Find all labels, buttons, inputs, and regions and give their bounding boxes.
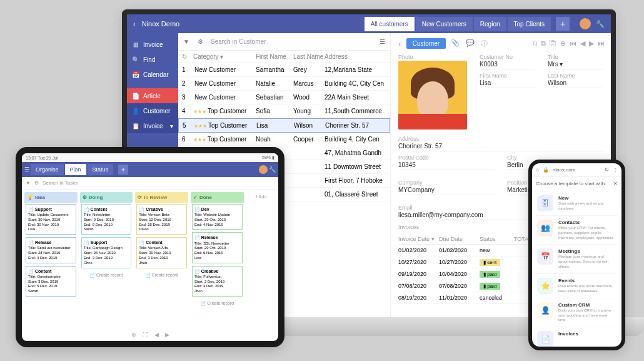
column-header[interactable]: 💡Idea <box>24 192 78 203</box>
prev-icon[interactable]: ◀ <box>154 332 159 338</box>
gear-icon[interactable]: ⚙ <box>34 180 39 186</box>
inv-col-date[interactable]: Invoice Date ▾ <box>398 236 439 242</box>
pc-value[interactable]: 10345 <box>398 161 495 170</box>
kanban-card[interactable]: 📄 SupportTitle: Update CustomersStart: 3… <box>26 204 76 235</box>
back-button[interactable]: ‹ <box>127 20 142 28</box>
first-icon[interactable]: ⏮ <box>570 39 576 48</box>
dup-icon[interactable]: ⿻ <box>550 39 556 48</box>
create-record-button[interactable]: 📄 Create record <box>136 271 187 280</box>
create-record-button[interactable]: 📄 Create record <box>192 299 243 308</box>
chat-icon[interactable]: 💬 <box>466 39 475 48</box>
tab-all-customers[interactable]: All customers <box>365 17 415 31</box>
kanban-card[interactable]: 📄 ContentTitle: Version AlfaStart: 30 No… <box>136 237 187 268</box>
template-item[interactable]: 👤Custom CRMBuild your own CRM to improve… <box>536 298 618 327</box>
table-row[interactable]: 3New CustomerSebastianWood22A Main Stree… <box>178 91 390 104</box>
col-lastname[interactable]: Last Name <box>293 53 325 60</box>
template-item[interactable]: 🗄NewStart with a new and empty database <box>536 191 618 216</box>
sidebar-item-invoice2[interactable]: 📋Invoice▾ <box>127 118 178 133</box>
fn-value[interactable]: Lisa <box>480 79 535 88</box>
sidebar-item-calendar[interactable]: 📅Calendar <box>127 67 178 82</box>
user-avatar[interactable] <box>580 18 591 29</box>
prev-icon[interactable]: ◀ <box>580 39 585 48</box>
tab-top-clients[interactable]: Top Clients <box>508 17 551 31</box>
add-column-button[interactable]: + Add <box>246 192 276 330</box>
template-item[interactable]: 📄Invoices <box>536 327 618 350</box>
url-bar[interactable]: ⌂ 🔒 ninox.com ↻ ⋮ <box>532 163 621 177</box>
kanban-card[interactable]: 📄 ReleaseTitle: Send out newsletterStart… <box>26 237 76 263</box>
kanban-column: ⚙Doing📄 ContentTitle: NewsletterStart: 9… <box>80 192 133 330</box>
sidebar-item-invoice[interactable]: ⊞Invoice <box>127 37 178 52</box>
template-item[interactable]: ⭐EventsPlan events and invite members, k… <box>536 274 618 298</box>
chevron-down-icon: ▾ <box>170 123 173 130</box>
wrench-icon[interactable]: 🔧 <box>269 166 276 173</box>
table-row[interactable]: 4★★★Top CustomerSofiaYoung11,South Comme… <box>178 104 390 118</box>
tab-status[interactable]: Status <box>88 164 114 175</box>
table-row[interactable]: 5★★★Top CustomerLisaWilsonChoriner Str. … <box>178 118 390 133</box>
add-tab-button[interactable]: + <box>556 17 570 31</box>
inv-col-due[interactable]: Due Date <box>439 236 480 242</box>
user-avatar[interactable] <box>259 165 268 174</box>
kanban-card[interactable]: 📄 CreativeTitle: Version BetaStart: 12 D… <box>136 204 187 235</box>
close-icon[interactable]: ✕ <box>613 181 618 186</box>
title-value[interactable]: Mrs ▾ <box>548 61 603 69</box>
sidebar-item-customer[interactable]: 👤Customer <box>127 103 178 118</box>
laptop-header: ‹ Ninox Demo All customers New Customers… <box>127 14 611 33</box>
copy-icon[interactable]: ⧉ <box>541 39 546 48</box>
col-firstname[interactable]: First Name <box>256 53 293 60</box>
add-icon[interactable]: ⊕ <box>131 332 136 338</box>
menu-icon[interactable]: ☰ <box>24 166 29 173</box>
inv-col-status[interactable]: Status <box>480 236 514 242</box>
tab-plan[interactable]: Plan <box>65 164 86 175</box>
tab-region[interactable]: Region <box>474 17 506 31</box>
add-tab-button[interactable]: + <box>118 165 128 175</box>
add-icon[interactable]: ⊕ <box>560 39 566 48</box>
info-icon[interactable]: ⓘ <box>481 39 488 48</box>
more-icon[interactable]: ⋮ <box>613 167 618 173</box>
kanban-card[interactable]: 📄 ReleaseTitle: SSL NewsletterStart: 29 … <box>192 232 243 263</box>
column-header[interactable]: ⚙Doing <box>80 192 133 203</box>
customer-photo[interactable] <box>398 61 467 130</box>
next-icon[interactable]: ▶ <box>165 332 169 338</box>
next-icon[interactable]: ▶ <box>589 39 594 48</box>
search-input[interactable]: Search in Customer <box>209 37 373 46</box>
reload-icon[interactable]: ↻ <box>182 53 193 60</box>
table-row[interactable]: 2New CustomerNatalieMarcusBuilding 4C, C… <box>178 77 390 91</box>
sidebar-item-find[interactable]: 🔍Find <box>127 52 178 67</box>
last-icon[interactable]: ⏭ <box>598 39 605 48</box>
attach-icon[interactable]: 📎 <box>451 39 460 48</box>
table-row[interactable]: 1New CustomerSamanthaGrey12,Mariana Stat… <box>178 63 390 77</box>
home-icon[interactable]: ⌂ <box>536 167 539 173</box>
kanban-card[interactable]: 📄 CreativeTitle: FullversionStart: 2 Dec… <box>192 266 243 297</box>
addr-value[interactable]: Choriner Str. 57 <box>398 143 603 151</box>
search-input[interactable]: Search in Tasks <box>43 180 78 186</box>
create-record-button[interactable]: 📄 Create record <box>81 271 132 280</box>
custno-value[interactable]: K0003 <box>480 61 535 69</box>
kanban-card[interactable]: 📄 ContentTitle: QuestionnaireStart: 3 De… <box>26 266 76 297</box>
filter-icon[interactable]: ▼ <box>182 38 191 46</box>
wrench-icon[interactable]: 🔧 <box>596 20 605 28</box>
template-item[interactable]: 👥ContactsMake your CRM! For clients, par… <box>536 216 618 245</box>
template-item[interactable]: 📅MeetingsManage your meetings and appoin… <box>536 245 618 273</box>
columns-icon[interactable]: ☰ <box>378 38 386 46</box>
kanban-card[interactable]: 📄 SupportTitle: Campaign DesignStart: 25… <box>81 237 132 268</box>
col-address[interactable]: Address <box>325 53 386 60</box>
expand-icon[interactable]: ⛶ <box>143 332 148 338</box>
kanban-card[interactable]: 📄 ContentTitle: NewsletterStart: 9 Dec. … <box>81 204 132 235</box>
tab-organise[interactable]: Organise <box>31 164 64 175</box>
kanban-card[interactable]: 📄 DevTitle: Website UpdateStart: 29 Oct.… <box>192 204 243 230</box>
refresh-icon[interactable]: ↻ <box>605 167 609 173</box>
column-header[interactable]: ✓Done <box>191 192 244 203</box>
table-row[interactable]: 6★★★Top CustomerNoahCooperBuilding 4, Ci… <box>178 133 390 146</box>
filter-icon[interactable]: ▼ <box>26 180 31 186</box>
kanban-column: ✓Done📄 DevTitle: Website UpdateStart: 29… <box>191 192 244 330</box>
ln-value[interactable]: Wilson <box>548 79 603 88</box>
column-header[interactable]: ⟳In Review <box>135 192 188 203</box>
tab-new-customers[interactable]: New Customers <box>416 17 473 31</box>
detail-back[interactable]: ‹ <box>398 39 401 49</box>
gear-icon[interactable]: ⚙ <box>196 38 204 46</box>
col-category[interactable]: Category ▾ <box>193 53 256 60</box>
comp-value[interactable]: MYCompany <box>398 186 495 195</box>
print-icon[interactable]: ⎙ <box>533 39 537 48</box>
sidebar-item-article[interactable]: 📄Article <box>127 88 178 103</box>
pc-label: Postal Code <box>398 155 495 161</box>
